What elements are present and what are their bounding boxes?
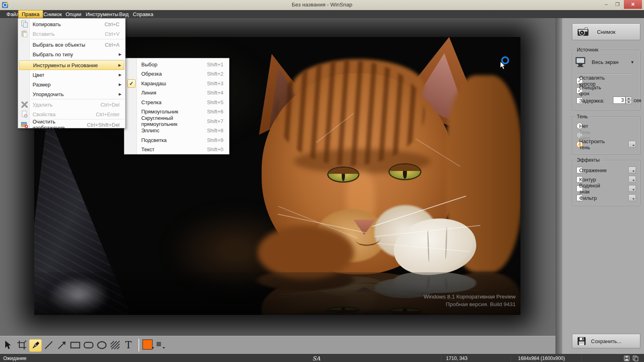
submenu-item-rounded-rectangle[interactable]: Скругленный прямоугольник Shift+7	[125, 116, 228, 126]
menu-capture[interactable]: Снимок	[40, 10, 65, 18]
menu-item-color[interactable]: Цвет ▶	[19, 70, 124, 80]
menu-item-clear-image[interactable]: Очистить изображение Ctrl+Shift+Del	[19, 120, 124, 130]
text-tool-button[interactable]: T	[122, 339, 134, 351]
rectangle-tool-button[interactable]	[69, 339, 81, 351]
wallpaper-watermark-line2: Пробная версия. Build 9431	[446, 301, 516, 307]
svg-text:T: T	[125, 340, 132, 350]
reflection-settings-button[interactable]	[628, 167, 636, 173]
arrow-tool-icon	[57, 340, 67, 350]
floppy-disk-icon	[577, 337, 586, 346]
submenu-item-ellipse[interactable]: Эллипс Shift+8	[125, 126, 228, 136]
rounded-rectangle-tool-button[interactable]	[83, 339, 95, 351]
camera-icon	[577, 27, 589, 37]
delay-spinner[interactable]	[625, 97, 631, 104]
submenu-item-highlight[interactable]: Подсветка Shift+9	[125, 135, 228, 145]
crop-tool-icon	[17, 340, 27, 350]
menu-item-paste[interactable]: Вставить Ctrl+V	[19, 29, 124, 39]
highlight-tool-button[interactable]	[109, 339, 121, 351]
source-group-title: Источник	[575, 47, 600, 53]
save-status-icon	[624, 356, 630, 361]
ellipse-tool-button[interactable]	[96, 339, 108, 351]
status-cursor-position: 1710, 343	[446, 356, 467, 361]
outline-settings-button[interactable]	[628, 176, 636, 183]
arrow-tool-button[interactable]	[56, 339, 68, 351]
effects-group: Эффекты Отражение Контур Водяной знак Фи…	[572, 160, 640, 206]
close-button[interactable]: ✕	[624, 0, 642, 9]
submenu-item-text[interactable]: Текст Shift+0	[125, 145, 228, 154]
menu-item-select-by-type[interactable]: Выбрать по типу ▶	[19, 49, 124, 59]
delay-value-input[interactable]: 3	[613, 97, 625, 104]
color-dropdown-arrow-icon[interactable]	[152, 347, 154, 349]
properties-icon	[21, 111, 28, 118]
tools-submenu: Выбор Shift+1 Обрезка Shift+2 ✓ Карандаш…	[124, 58, 229, 154]
clear-image-icon	[21, 121, 28, 128]
shadow-settings-button[interactable]	[628, 141, 636, 148]
status-state: Ожидание	[3, 356, 27, 361]
rectangle-tool-icon	[70, 340, 80, 350]
submenu-item-select[interactable]: Выбор Shift+1	[125, 60, 228, 69]
minimize-button[interactable]: –	[601, 0, 612, 9]
line-tool-button[interactable]	[43, 339, 55, 351]
title-bar: Без названия - WinSnap – ❐ ✕	[0, 0, 644, 10]
watermark-settings-button[interactable]	[628, 185, 636, 192]
mouse-cursor-icon	[500, 61, 506, 70]
submenu-item-arrow[interactable]: Стрелка Shift+5	[125, 97, 228, 107]
shadow-group-title: Тень	[575, 114, 589, 119]
submenu-arrow-icon: ▶	[119, 82, 122, 86]
menu-edit[interactable]: Правка	[18, 10, 43, 18]
copy-icon	[21, 21, 28, 28]
menu-item-properties[interactable]: Свойства Ctrl+Enter	[19, 109, 124, 119]
menu-item-size[interactable]: Размер ▶	[19, 80, 124, 89]
source-group: Источник Весь экран ▼ ✓ Оставлять курсор…	[572, 50, 640, 110]
delay-unit-label: сек	[634, 97, 641, 103]
window-title: Без названия - WinSnap	[0, 2, 644, 8]
spin-down-icon	[625, 100, 632, 104]
effects-group-title: Эффекты	[575, 157, 601, 163]
paste-icon	[21, 30, 28, 37]
submenu-item-line[interactable]: Линия Shift+4	[125, 88, 228, 98]
pen-size-button[interactable]	[157, 342, 161, 346]
menu-help[interactable]: Справка	[130, 10, 157, 18]
menu-item-arrange[interactable]: Упорядочить ▶	[19, 89, 124, 99]
select-tool-icon	[3, 340, 12, 350]
select-tool-button[interactable]	[2, 339, 14, 351]
size-dropdown-arrow-icon[interactable]	[163, 347, 165, 349]
menu-item-delete[interactable]: Удалить Ctrl+Del	[19, 100, 124, 109]
drawing-toolbar: T	[0, 336, 555, 354]
highlight-tool-icon	[110, 340, 120, 350]
submenu-arrow-icon: ▶	[118, 63, 121, 67]
capture-sidebar: Снимок Источник Весь экран ▼ ✓ Оставлять…	[562, 18, 644, 354]
menu-item-select-all[interactable]: Выбрать все объекты Ctrl+A	[19, 40, 124, 49]
line-tool-icon	[44, 340, 54, 350]
submenu-arrow-icon: ▶	[119, 52, 122, 56]
edit-menu-dropdown: Копировать Ctrl+C Вставить Ctrl+V Выбрат…	[18, 18, 126, 128]
checked-indicator: ✓	[127, 79, 136, 88]
trial-watermark: SA	[312, 355, 320, 362]
text-tool-icon: T	[124, 340, 133, 350]
pencil-tool-button[interactable]	[29, 339, 42, 352]
cat-left-eye	[327, 167, 359, 183]
wallpaper-watermark-line1: Windows 8.1 Корпоративная Preview	[424, 294, 516, 300]
submenu-item-pencil[interactable]: ✓ Карандаш Shift+3	[125, 78, 228, 88]
save-button[interactable]: Сохранить...	[572, 334, 640, 348]
source-combobox[interactable]: Весь экран ▼	[575, 54, 638, 70]
monitor-icon	[575, 56, 586, 68]
menu-item-tools-drawing[interactable]: Инструменты и Рисование ▶	[19, 60, 124, 70]
capture-button[interactable]: Снимок	[572, 23, 640, 40]
status-bar: Ожидание SA 1710, 343 1684x984 (644x362…	[0, 354, 644, 362]
delete-icon	[21, 101, 28, 108]
combo-dropdown-icon: ▼	[630, 60, 634, 64]
pencil-tool-icon	[31, 341, 40, 350]
menu-options[interactable]: Опции	[62, 10, 85, 18]
toolbar-separator	[138, 339, 139, 352]
crop-tool-button[interactable]	[16, 339, 28, 351]
panel-divider	[555, 18, 562, 354]
menu-bar: Файл Правка Снимок Опции Инструменты Вид…	[0, 10, 644, 18]
menu-item-copy[interactable]: Копировать Ctrl+C	[19, 19, 124, 29]
ellipse-tool-icon	[97, 340, 107, 350]
submenu-arrow-icon: ▶	[119, 92, 122, 96]
color-swatch-button[interactable]	[142, 339, 153, 350]
submenu-item-crop[interactable]: Обрезка Shift+2	[125, 69, 228, 79]
filter-settings-button[interactable]	[628, 194, 636, 201]
restore-button[interactable]: ❐	[612, 0, 623, 9]
